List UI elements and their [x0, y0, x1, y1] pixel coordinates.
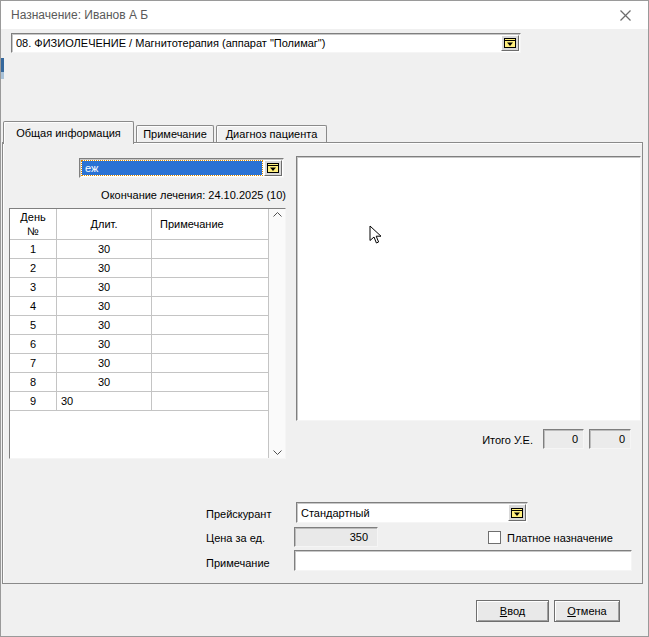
cancel-button-hotkey: О [567, 605, 576, 617]
cell-duration[interactable]: 30 [57, 316, 152, 334]
paid-appointment-checkbox[interactable] [488, 531, 501, 544]
totals-field-1: 0 [543, 429, 584, 449]
cell-duration[interactable]: 30 [57, 259, 152, 277]
column-header-note: Примечание [152, 209, 268, 239]
table-row[interactable]: 230 [10, 259, 268, 278]
table-row[interactable]: 930 [10, 392, 268, 411]
chevron-down-icon [273, 450, 282, 455]
scrollbar-up-button[interactable] [269, 212, 285, 217]
note-input[interactable] [294, 550, 632, 571]
table-row[interactable]: 330 [10, 278, 268, 297]
service-combo-value: 08. ФИЗИОЛЕЧЕНИЕ / Магнитотерапия (аппар… [16, 34, 498, 52]
totals-field-2: 0 [589, 429, 631, 449]
totals-label: Итого У.Е. [401, 434, 533, 446]
cell-day[interactable]: 8 [10, 373, 57, 391]
table-row[interactable]: 630 [10, 335, 268, 354]
cell-duration[interactable]: 30 [57, 240, 152, 258]
chevron-up-icon [273, 212, 282, 217]
note-label: Примечание [206, 557, 270, 569]
cell-day[interactable]: 2 [10, 259, 57, 277]
price-list-value: Стандартный [301, 503, 505, 522]
table-rows-container: 130230330430530630730830930 [10, 240, 268, 411]
methodika-combo[interactable]: еж [79, 158, 284, 178]
unit-price-label: Цена за ед. [206, 532, 265, 544]
table-row[interactable]: 830 [10, 373, 268, 392]
dropdown-list-icon [511, 508, 523, 518]
cell-day[interactable]: 6 [10, 335, 57, 353]
cancel-button-label: тмена [576, 605, 607, 617]
scrollbar-down-button[interactable] [269, 450, 285, 455]
close-button[interactable] [603, 1, 648, 29]
dropdown-list-icon [504, 38, 516, 48]
schedule-table: День № Длит. Примечание 1302303304305306… [9, 208, 286, 459]
table-header-row: День № Длит. Примечание [10, 209, 268, 240]
service-combo[interactable]: 08. ФИЗИОЛЕЧЕНИЕ / Магнитотерапия (аппар… [11, 33, 521, 53]
cell-duration[interactable]: 30 [57, 392, 152, 410]
cell-day[interactable]: 3 [10, 278, 57, 296]
tab-note[interactable]: Примечание [136, 125, 214, 142]
cell-duration[interactable]: 30 [57, 297, 152, 315]
cell-note[interactable] [152, 316, 268, 334]
background-window-artifact [1, 72, 4, 79]
cell-day[interactable]: 9 [10, 392, 57, 410]
cancel-button[interactable]: Отмена [554, 600, 620, 622]
tab-label: Диагноз пациента [226, 128, 318, 140]
unit-price-value: 350 [350, 531, 368, 543]
table-row[interactable]: 130 [10, 240, 268, 259]
schedule-table-body: День № Длит. Примечание 1302303304305306… [10, 209, 268, 458]
ok-button-label: вод [507, 605, 525, 617]
treatment-end-text: Окончание лечения: 24.10.2025 (10) [9, 189, 286, 201]
column-header-day: День № [10, 209, 57, 239]
table-row[interactable]: 430 [10, 297, 268, 316]
cell-note[interactable] [152, 354, 268, 372]
price-list-dropdown-button[interactable] [508, 504, 526, 521]
cell-note[interactable] [152, 278, 268, 296]
dropdown-list-icon [267, 163, 279, 173]
price-list-combo[interactable]: Стандартный [296, 502, 528, 523]
cell-duration[interactable]: 30 [57, 335, 152, 353]
totals-value-2: 0 [619, 433, 625, 445]
cell-day[interactable]: 4 [10, 297, 57, 315]
cell-duration[interactable]: 30 [57, 278, 152, 296]
cell-note[interactable] [152, 297, 268, 315]
cell-note[interactable] [152, 240, 268, 258]
table-row[interactable]: 530 [10, 316, 268, 335]
window-title: Назначение: Иванов А Б [11, 8, 148, 22]
title-bar[interactable]: Назначение: Иванов А Б [1, 1, 648, 29]
background-window-artifact [1, 58, 4, 72]
tab-label: Примечание [143, 128, 207, 140]
paid-appointment-label: Платное назначение [507, 532, 613, 544]
table-vertical-scrollbar[interactable] [268, 209, 285, 458]
methodika-combo-value: еж [82, 161, 262, 175]
cell-note[interactable] [152, 373, 268, 391]
cell-day[interactable]: 1 [10, 240, 57, 258]
ok-button[interactable]: Ввод [476, 600, 549, 622]
table-row[interactable]: 730 [10, 354, 268, 373]
tab-label: Общая информация [16, 127, 121, 139]
cell-note[interactable] [152, 335, 268, 353]
close-icon [620, 10, 631, 21]
cell-duration[interactable]: 30 [57, 354, 152, 372]
cell-day[interactable]: 5 [10, 316, 57, 334]
service-combo-dropdown-button[interactable] [501, 35, 519, 51]
tab-patient-diagnosis[interactable]: Диагноз пациента [216, 125, 327, 142]
price-list-label: Прейскурант [206, 508, 271, 520]
unit-price-field: 350 [294, 527, 378, 547]
cell-note[interactable] [152, 392, 268, 410]
totals-value-1: 0 [572, 433, 578, 445]
notes-memo[interactable] [296, 156, 641, 421]
appointment-dialog: Назначение: Иванов А Б 08. ФИЗИОЛЕЧЕНИЕ … [0, 0, 649, 637]
tab-general-info[interactable]: Общая информация [3, 121, 134, 144]
cell-duration[interactable]: 30 [57, 373, 152, 391]
mouse-cursor [369, 225, 382, 245]
column-header-duration: Длит. [57, 209, 152, 239]
note-input-value [295, 554, 299, 566]
cell-note[interactable] [152, 259, 268, 277]
methodika-combo-dropdown-button[interactable] [264, 160, 282, 176]
cell-day[interactable]: 7 [10, 354, 57, 372]
